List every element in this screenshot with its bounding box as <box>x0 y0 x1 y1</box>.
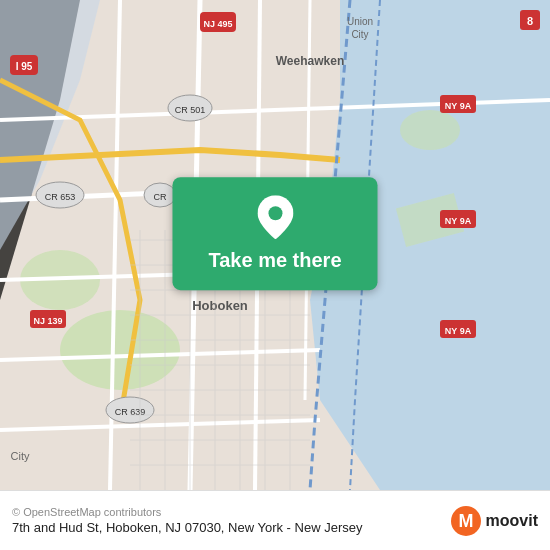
button-label: Take me there <box>208 249 341 272</box>
svg-text:City: City <box>351 29 368 40</box>
svg-text:NY 9A: NY 9A <box>445 326 472 336</box>
svg-text:Union: Union <box>347 16 373 27</box>
map-container: I 95 NJ 495 CR 501 NY 9A NY 9A NY 9A CR … <box>0 0 550 490</box>
svg-text:NY 9A: NY 9A <box>445 101 472 111</box>
svg-text:NY 9A: NY 9A <box>445 216 472 226</box>
moovit-logo[interactable]: M moovit <box>450 505 538 537</box>
svg-text:City: City <box>11 450 30 462</box>
svg-text:NJ 495: NJ 495 <box>203 19 232 29</box>
take-me-there-button[interactable]: Take me there <box>172 177 377 290</box>
address-text: 7th and Hud St, Hoboken, NJ 07030, New Y… <box>12 520 450 535</box>
svg-point-4 <box>60 310 180 390</box>
button-overlay: Take me there <box>172 177 377 290</box>
svg-text:NJ 139: NJ 139 <box>33 316 62 326</box>
svg-point-7 <box>400 110 460 150</box>
osm-credit: © OpenStreetMap contributors <box>12 506 450 518</box>
svg-text:M: M <box>458 511 473 531</box>
svg-text:CR: CR <box>154 192 167 202</box>
svg-text:CR 653: CR 653 <box>45 192 76 202</box>
svg-text:Weehawken: Weehawken <box>276 54 344 68</box>
svg-text:I 95: I 95 <box>16 61 33 72</box>
moovit-icon: M <box>450 505 482 537</box>
moovit-text: moovit <box>486 512 538 530</box>
footer-left: © OpenStreetMap contributors 7th and Hud… <box>12 506 450 535</box>
svg-point-61 <box>268 206 282 220</box>
location-pin-icon <box>257 195 293 239</box>
footer: © OpenStreetMap contributors 7th and Hud… <box>0 490 550 550</box>
svg-text:CR 501: CR 501 <box>175 105 206 115</box>
svg-text:8: 8 <box>527 15 533 27</box>
